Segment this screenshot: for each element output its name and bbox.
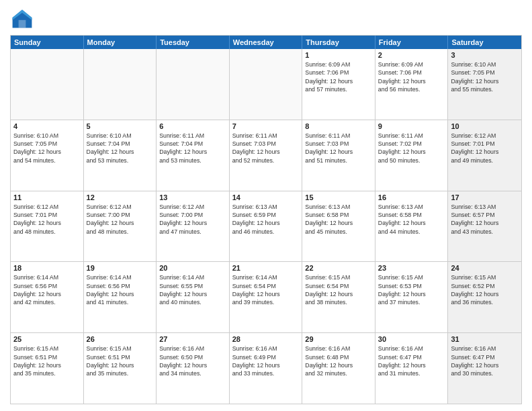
- calendar-cell: 18Sunrise: 6:14 AM Sunset: 6:56 PM Dayli…: [11, 262, 84, 332]
- calendar-cell: 19Sunrise: 6:14 AM Sunset: 6:56 PM Dayli…: [84, 262, 157, 332]
- day-info: Sunrise: 6:12 AM Sunset: 7:01 PM Dayligh…: [13, 203, 81, 236]
- calendar-cell: 17Sunrise: 6:13 AM Sunset: 6:57 PM Dayli…: [448, 191, 521, 262]
- day-info: Sunrise: 6:10 AM Sunset: 7:05 PM Dayligh…: [13, 132, 81, 165]
- logo-icon: [10, 7, 34, 31]
- calendar-cell: 13Sunrise: 6:12 AM Sunset: 7:00 PM Dayli…: [157, 191, 230, 262]
- calendar-cell: [157, 49, 230, 120]
- day-number: 31: [451, 335, 519, 343]
- day-number: 10: [451, 122, 519, 130]
- calendar-cell: 27Sunrise: 6:16 AM Sunset: 6:50 PM Dayli…: [157, 333, 230, 404]
- day-number: 1: [305, 51, 372, 59]
- calendar-cell: [11, 49, 84, 120]
- calendar-cell: 29Sunrise: 6:16 AM Sunset: 6:48 PM Dayli…: [302, 333, 375, 404]
- day-info: Sunrise: 6:10 AM Sunset: 7:04 PM Dayligh…: [87, 132, 154, 165]
- calendar-row-4: 25Sunrise: 6:15 AM Sunset: 6:51 PM Dayli…: [11, 332, 521, 404]
- day-info: Sunrise: 6:16 AM Sunset: 6:49 PM Dayligh…: [232, 345, 300, 377]
- day-number: 8: [305, 122, 372, 130]
- calendar-cell: 22Sunrise: 6:15 AM Sunset: 6:54 PM Dayli…: [302, 262, 375, 332]
- day-info: Sunrise: 6:14 AM Sunset: 6:56 PM Dayligh…: [13, 273, 81, 306]
- day-info: Sunrise: 6:14 AM Sunset: 6:54 PM Dayligh…: [232, 273, 300, 306]
- calendar-cell: 8Sunrise: 6:11 AM Sunset: 7:03 PM Daylig…: [302, 120, 375, 191]
- calendar-header: SundayMondayTuesdayWednesdayThursdayFrid…: [11, 36, 521, 49]
- day-number: 6: [159, 122, 226, 130]
- calendar-cell: 30Sunrise: 6:16 AM Sunset: 6:47 PM Dayli…: [375, 333, 449, 404]
- day-info: Sunrise: 6:13 AM Sunset: 6:58 PM Dayligh…: [378, 203, 445, 236]
- calendar-row-0: 1Sunrise: 6:09 AM Sunset: 7:06 PM Daylig…: [11, 49, 521, 120]
- day-number: 26: [87, 335, 154, 343]
- day-info: Sunrise: 6:11 AM Sunset: 7:02 PM Dayligh…: [378, 132, 445, 165]
- header-day-friday: Friday: [375, 36, 449, 49]
- header-day-sunday: Sunday: [11, 36, 84, 49]
- calendar-cell: 23Sunrise: 6:15 AM Sunset: 6:53 PM Dayli…: [375, 262, 449, 332]
- day-number: 24: [451, 264, 519, 272]
- calendar: SundayMondayTuesdayWednesdayThursdayFrid…: [10, 35, 522, 404]
- day-info: Sunrise: 6:11 AM Sunset: 7:03 PM Dayligh…: [305, 132, 372, 165]
- calendar-cell: 16Sunrise: 6:13 AM Sunset: 6:58 PM Dayli…: [375, 191, 449, 262]
- header-day-thursday: Thursday: [302, 36, 375, 49]
- day-number: 9: [378, 122, 445, 130]
- day-info: Sunrise: 6:12 AM Sunset: 7:00 PM Dayligh…: [87, 203, 154, 236]
- header: [10, 7, 522, 31]
- calendar-cell: 6Sunrise: 6:11 AM Sunset: 7:04 PM Daylig…: [157, 120, 230, 191]
- day-number: 23: [378, 264, 445, 272]
- day-number: 22: [305, 264, 372, 272]
- day-number: 18: [13, 264, 81, 272]
- day-number: 21: [232, 264, 300, 272]
- day-number: 5: [87, 122, 154, 130]
- page: SundayMondayTuesdayWednesdayThursdayFrid…: [0, 0, 532, 411]
- svg-rect-2: [19, 20, 26, 28]
- calendar-row-3: 18Sunrise: 6:14 AM Sunset: 6:56 PM Dayli…: [11, 261, 521, 332]
- calendar-cell: 25Sunrise: 6:15 AM Sunset: 6:51 PM Dayli…: [11, 333, 84, 404]
- day-number: 11: [13, 193, 81, 201]
- day-info: Sunrise: 6:12 AM Sunset: 7:00 PM Dayligh…: [159, 203, 226, 236]
- calendar-cell: 20Sunrise: 6:14 AM Sunset: 6:55 PM Dayli…: [157, 262, 230, 332]
- day-info: Sunrise: 6:13 AM Sunset: 6:58 PM Dayligh…: [305, 203, 372, 236]
- day-info: Sunrise: 6:11 AM Sunset: 7:04 PM Dayligh…: [159, 132, 226, 165]
- calendar-cell: 2Sunrise: 6:09 AM Sunset: 7:06 PM Daylig…: [375, 49, 449, 120]
- day-number: 7: [232, 122, 300, 130]
- day-number: 29: [305, 335, 372, 343]
- calendar-cell: 10Sunrise: 6:12 AM Sunset: 7:01 PM Dayli…: [448, 120, 521, 191]
- day-info: Sunrise: 6:16 AM Sunset: 6:47 PM Dayligh…: [378, 345, 445, 377]
- calendar-cell: 5Sunrise: 6:10 AM Sunset: 7:04 PM Daylig…: [84, 120, 157, 191]
- day-number: 25: [13, 335, 81, 343]
- day-info: Sunrise: 6:15 AM Sunset: 6:51 PM Dayligh…: [13, 345, 81, 377]
- header-day-saturday: Saturday: [448, 36, 521, 49]
- day-info: Sunrise: 6:16 AM Sunset: 6:48 PM Dayligh…: [305, 345, 372, 377]
- calendar-cell: 9Sunrise: 6:11 AM Sunset: 7:02 PM Daylig…: [375, 120, 449, 191]
- day-number: 27: [159, 335, 226, 343]
- day-number: 28: [232, 335, 300, 343]
- calendar-cell: 31Sunrise: 6:16 AM Sunset: 6:47 PM Dayli…: [448, 333, 521, 404]
- calendar-row-2: 11Sunrise: 6:12 AM Sunset: 7:01 PM Dayli…: [11, 191, 521, 262]
- day-number: 15: [305, 193, 372, 201]
- day-info: Sunrise: 6:09 AM Sunset: 7:06 PM Dayligh…: [378, 60, 445, 93]
- day-info: Sunrise: 6:15 AM Sunset: 6:54 PM Dayligh…: [305, 273, 372, 306]
- calendar-cell: 15Sunrise: 6:13 AM Sunset: 6:58 PM Dayli…: [302, 191, 375, 262]
- header-day-monday: Monday: [84, 36, 157, 49]
- calendar-cell: [84, 49, 157, 120]
- day-info: Sunrise: 6:15 AM Sunset: 6:52 PM Dayligh…: [451, 273, 519, 306]
- day-number: 17: [451, 193, 519, 201]
- header-day-wednesday: Wednesday: [230, 36, 303, 49]
- calendar-body: 1Sunrise: 6:09 AM Sunset: 7:06 PM Daylig…: [11, 49, 521, 404]
- day-info: Sunrise: 6:10 AM Sunset: 7:05 PM Dayligh…: [451, 60, 519, 93]
- calendar-cell: 1Sunrise: 6:09 AM Sunset: 7:06 PM Daylig…: [302, 49, 375, 120]
- day-info: Sunrise: 6:09 AM Sunset: 7:06 PM Dayligh…: [305, 60, 372, 93]
- calendar-cell: 21Sunrise: 6:14 AM Sunset: 6:54 PM Dayli…: [230, 262, 303, 332]
- day-info: Sunrise: 6:11 AM Sunset: 7:03 PM Dayligh…: [232, 132, 300, 165]
- header-day-tuesday: Tuesday: [157, 36, 230, 49]
- calendar-cell: 7Sunrise: 6:11 AM Sunset: 7:03 PM Daylig…: [230, 120, 303, 191]
- day-info: Sunrise: 6:14 AM Sunset: 6:56 PM Dayligh…: [87, 273, 154, 306]
- day-info: Sunrise: 6:14 AM Sunset: 6:55 PM Dayligh…: [159, 273, 226, 306]
- calendar-cell: 11Sunrise: 6:12 AM Sunset: 7:01 PM Dayli…: [11, 191, 84, 262]
- day-info: Sunrise: 6:12 AM Sunset: 7:01 PM Dayligh…: [451, 132, 519, 165]
- day-number: 30: [378, 335, 445, 343]
- calendar-row-1: 4Sunrise: 6:10 AM Sunset: 7:05 PM Daylig…: [11, 120, 521, 191]
- day-info: Sunrise: 6:13 AM Sunset: 6:59 PM Dayligh…: [232, 203, 300, 236]
- day-info: Sunrise: 6:13 AM Sunset: 6:57 PM Dayligh…: [451, 203, 519, 236]
- day-info: Sunrise: 6:15 AM Sunset: 6:53 PM Dayligh…: [378, 273, 445, 306]
- day-info: Sunrise: 6:16 AM Sunset: 6:50 PM Dayligh…: [159, 345, 226, 377]
- day-info: Sunrise: 6:15 AM Sunset: 6:51 PM Dayligh…: [87, 345, 154, 377]
- day-number: 19: [87, 264, 154, 272]
- calendar-cell: [230, 49, 303, 120]
